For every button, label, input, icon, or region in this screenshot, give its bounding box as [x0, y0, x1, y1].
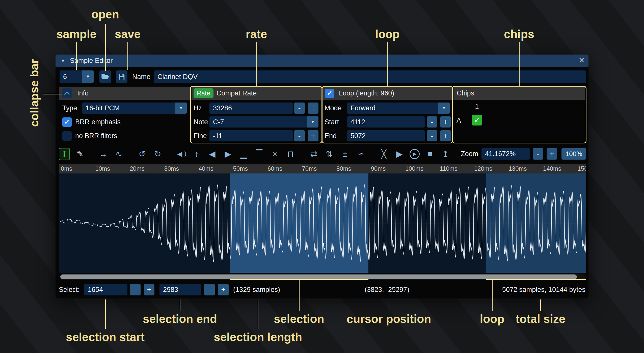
waveform-canvas[interactable] — [59, 173, 586, 273]
save-sample-button[interactable] — [116, 70, 127, 83]
collapse-bar-button[interactable] — [62, 88, 72, 98]
apply-silence-icon[interactable]: ▔ — [254, 148, 265, 160]
loop-end-minus-button[interactable]: - — [427, 130, 437, 141]
selection-end-minus-button[interactable]: - — [204, 284, 215, 295]
info-section: Info Type 16-bit PCM ▼ ✓ BRR emphasis no… — [59, 87, 191, 142]
note-value: C-7 — [213, 118, 224, 126]
annotation-chips: chips — [504, 27, 534, 41]
dropdown-arrow-icon[interactable]: ▼ — [82, 70, 94, 83]
chips-section: Chips 1 A ✓ — [453, 87, 585, 142]
sample-toolbar: I✎↔∿↺↻◄↕◀▶▁▔×⊓⇄⇅±≈╳▶▶■↥ Zoom 41.1672% - … — [59, 147, 586, 161]
selection-end-plus-button[interactable]: + — [218, 284, 229, 295]
type-label: Type — [62, 103, 77, 114]
hz-minus-button[interactable]: - — [294, 103, 305, 114]
sample-selector-dropdown[interactable]: 6 ▼ — [60, 70, 94, 83]
zoom-minus-button[interactable]: - — [533, 148, 543, 160]
timeline-label: 20ms — [130, 164, 145, 173]
annotation-selection-start: selection start — [66, 330, 145, 344]
timeline-label: 130ms — [509, 164, 527, 173]
info-title: Info — [77, 87, 89, 100]
annotation-loop: loop — [375, 27, 399, 41]
timeline-label: 50ms — [233, 164, 248, 173]
brr-emphasis-checkbox[interactable]: ✓ — [62, 117, 72, 127]
loop-enable-checkbox[interactable]: ✓ — [325, 89, 334, 98]
fine-minus-button[interactable]: - — [294, 130, 305, 141]
brr-emphasis-label: BRR emphasis — [75, 116, 121, 128]
loop-header: ✓ Loop (length: 960) — [323, 87, 452, 100]
annotation-line-open — [105, 24, 106, 71]
delete-icon[interactable]: × — [269, 148, 280, 160]
sample-editor-window: ▼ Sample Editor × 6 ▼ Name Clarinet DQV … — [56, 55, 588, 298]
apply-filter-icon[interactable]: ≈ — [355, 148, 366, 160]
annotation-selection-end: selection end — [143, 312, 217, 326]
annotation-line-loop-bottom — [492, 280, 493, 311]
undo-icon[interactable]: ↺ — [137, 148, 148, 160]
loop-end-label: End — [325, 130, 337, 141]
play-position-icon[interactable]: ▶ — [410, 149, 420, 159]
window-titlebar: ▼ Sample Editor × — [56, 55, 588, 67]
fine-plus-button[interactable]: + — [308, 130, 318, 141]
loop-start-plus-button[interactable]: + — [440, 116, 451, 128]
dropdown-arrow-icon[interactable]: ▼ — [438, 103, 450, 114]
loop-mode-dropdown[interactable]: Forward ▼ — [347, 103, 450, 114]
hz-plus-button[interactable]: + — [308, 103, 318, 114]
reverse-icon[interactable]: ⇄ — [308, 148, 319, 160]
loop-start-minus-button[interactable]: - — [427, 116, 437, 128]
invert-icon[interactable]: ⇅ — [324, 148, 335, 160]
window-collapse-icon[interactable]: ▼ — [61, 55, 65, 67]
close-icon[interactable]: × — [579, 55, 584, 66]
zoom-reset-button[interactable]: 100% — [561, 148, 586, 160]
cursor-position-text: (3823, -25297) — [365, 281, 409, 298]
rate-badge[interactable]: Rate — [194, 88, 213, 98]
crossfade-icon[interactable]: ╳ — [378, 148, 389, 160]
chip-enable-checkbox[interactable]: ✓ — [472, 115, 482, 125]
trim-icon[interactable]: ⊓ — [285, 148, 296, 160]
draw-mode-icon[interactable]: ✎ — [74, 148, 86, 160]
insert-silence-icon[interactable]: ▁ — [238, 148, 249, 160]
annotation-bracket-loop — [486, 279, 586, 280]
annotation-line-collapse-bar — [43, 94, 62, 94]
resize-icon[interactable]: ↔ — [98, 148, 109, 160]
stop-icon[interactable]: ■ — [424, 148, 435, 160]
loop-start-input[interactable]: 4112 — [347, 116, 425, 128]
selection-start-plus-button[interactable]: + — [144, 284, 154, 295]
resample-icon[interactable]: ∿ — [113, 148, 124, 160]
timeline-ruler[interactable]: 0ms10ms20ms30ms40ms50ms60ms70ms80ms90ms1… — [59, 164, 586, 173]
folder-open-icon — [101, 73, 109, 81]
timeline-label: 40ms — [199, 164, 213, 173]
scrollbar-handle[interactable] — [60, 274, 577, 279]
loop-end-plus-button[interactable]: + — [440, 130, 451, 141]
timeline-label: 110ms — [440, 164, 458, 173]
chevron-up-icon — [64, 91, 70, 97]
timeline-label: 10ms — [95, 164, 110, 173]
sample-type-dropdown[interactable]: 16-bit PCM ▼ — [82, 103, 187, 114]
timeline-label: 100ms — [405, 164, 423, 173]
zoom-input[interactable]: 41.1672% — [481, 148, 530, 160]
sample-selector-value: 6 — [63, 73, 67, 81]
note-dropdown[interactable]: C-7 ▼ — [209, 116, 318, 128]
compat-rate-title[interactable]: Compat Rate — [217, 87, 257, 100]
fade-in-icon[interactable]: ◀ — [207, 148, 218, 160]
open-sample-button[interactable] — [99, 70, 111, 83]
create-wavetable-icon[interactable]: ↥ — [440, 148, 451, 160]
dropdown-arrow-icon[interactable]: ▼ — [175, 103, 187, 114]
dropdown-arrow-icon[interactable]: ▼ — [307, 116, 318, 128]
selection-end-input[interactable]: 2983 — [159, 284, 201, 295]
redo-icon[interactable]: ↻ — [152, 148, 163, 160]
signed-unsigned-icon[interactable]: ± — [339, 148, 351, 160]
preview-icon[interactable]: ▶ — [394, 148, 405, 160]
timeline-label: 90ms — [371, 164, 386, 173]
zoom-plus-button[interactable]: + — [547, 148, 557, 160]
no-brr-filters-checkbox[interactable] — [62, 131, 72, 141]
fine-input[interactable]: -11 — [209, 130, 293, 141]
selection-start-minus-button[interactable]: - — [130, 284, 141, 295]
normalize-icon[interactable]: ↕ — [191, 148, 202, 160]
selection-start-input[interactable]: 1654 — [84, 284, 127, 295]
annotation-save: save — [115, 27, 141, 41]
sample-name-input[interactable]: Clarinet DQV — [154, 70, 586, 83]
loop-end-input[interactable]: 5072 — [347, 130, 425, 141]
fade-out-icon[interactable]: ▶ — [222, 148, 233, 160]
amplify-icon[interactable]: ◄ — [175, 148, 186, 160]
select-mode-icon[interactable]: I — [59, 148, 70, 160]
hz-input[interactable]: 33286 — [209, 103, 293, 114]
